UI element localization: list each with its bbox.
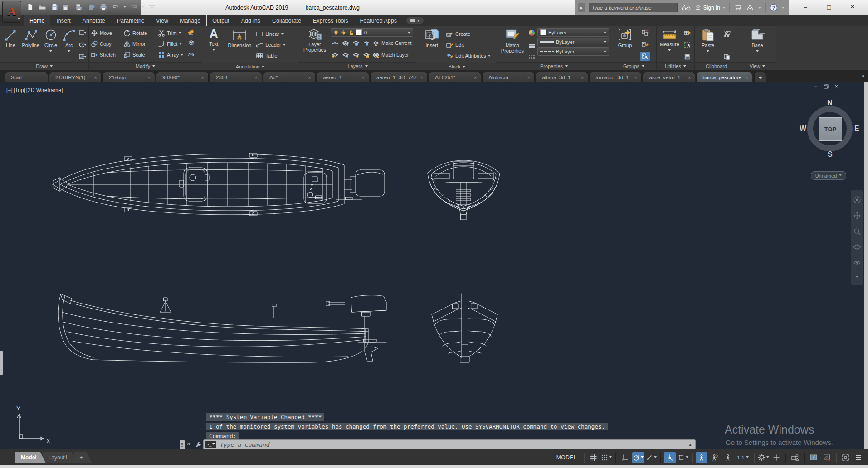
leader-dropdown-icon[interactable]	[283, 44, 286, 47]
navigation-bar[interactable]	[851, 190, 863, 285]
snap-mode-icon[interactable]	[600, 452, 612, 463]
object-snap-tracking-icon[interactable]	[664, 452, 676, 463]
edit-block-button[interactable]: Edit	[446, 39, 495, 50]
annotation-scale-value[interactable]: 1:1	[735, 452, 751, 463]
annotation-autoscale-icon[interactable]	[709, 452, 721, 463]
text-dropdown-icon[interactable]	[212, 49, 215, 52]
group-button[interactable]: Group	[613, 28, 637, 62]
nav-wheel-icon[interactable]	[853, 196, 861, 204]
layout-tab-model[interactable]: Model	[15, 452, 46, 463]
dimension-button[interactable]: Dimension	[225, 28, 255, 62]
nav-zoom-icon[interactable]	[853, 227, 861, 236]
ribbon-tab-annotate[interactable]: Annotate	[77, 15, 111, 26]
trim-dropdown-icon[interactable]	[179, 32, 181, 35]
layer-dropdown-arrow-icon[interactable]	[408, 32, 410, 35]
base-view-button[interactable]: Base	[744, 28, 771, 62]
object-snap-icon[interactable]	[677, 452, 689, 463]
layer-dropdown[interactable]: 0	[331, 28, 413, 37]
clean-screen-icon[interactable]	[839, 452, 851, 463]
layer-isolate-icon[interactable]	[341, 39, 349, 47]
sign-in-dropdown-icon[interactable]	[722, 7, 725, 10]
leader-button[interactable]: Leader	[256, 39, 296, 50]
canvas-right-scrollbar[interactable]	[864, 82, 868, 449]
exchange-dropdown-icon[interactable]	[758, 7, 761, 10]
layer-walk-icon[interactable]	[341, 51, 349, 59]
rotate-button[interactable]: Rotate	[123, 28, 158, 39]
infocenter-collapse-icon[interactable]: ▶	[578, 3, 585, 12]
trim-button[interactable]: Trim	[158, 28, 187, 39]
nav-more-icon[interactable]	[856, 276, 858, 279]
tab-close-icon[interactable]: ×	[634, 75, 637, 80]
viewcube-south[interactable]: S	[828, 150, 833, 159]
viewport-view-control[interactable]: [Top]	[14, 87, 25, 93]
panel-title-view[interactable]: View	[738, 62, 776, 70]
drawing-canvas[interactable]: [−] [Top] [2D Wireframe] − ×	[0, 82, 868, 449]
annotation-scale-icon[interactable]	[722, 452, 734, 463]
viewcube[interactable]: N W E S TOP	[801, 100, 859, 158]
tab-close-icon[interactable]: ×	[255, 75, 258, 80]
tab-close-icon[interactable]: ×	[688, 75, 691, 80]
layer-freeze-icon[interactable]	[351, 39, 360, 47]
autodesk-exchange-icon[interactable]	[746, 4, 754, 11]
isoplane-dropdown-icon[interactable]	[654, 456, 657, 459]
group-edit-icon[interactable]	[641, 40, 649, 48]
command-input[interactable]	[219, 441, 685, 449]
isolate-objects-icon[interactable]	[789, 452, 801, 463]
quick-calc-icon[interactable]	[683, 53, 691, 61]
line-button[interactable]: Line	[2, 28, 20, 62]
named-view-pill[interactable]: Unnamed	[811, 171, 846, 180]
file-tab-aereo-1[interactable]: aereo_1×	[317, 72, 369, 82]
measure-button[interactable]: Measure	[658, 28, 681, 62]
layer-freeze-other-icon[interactable]	[351, 51, 360, 59]
file-tab-21sbryn-1-[interactable]: 21SBRYN(1)×	[49, 72, 102, 82]
panel-title-block[interactable]: Block	[417, 63, 497, 70]
file-tab-armadio-3d-1[interactable]: armadio_3d_1×	[589, 72, 642, 82]
tab-close-icon[interactable]: ×	[420, 75, 423, 80]
search-input[interactable]	[589, 3, 678, 12]
arc-dropdown-icon[interactable]	[68, 50, 70, 53]
annotation-monitor-icon[interactable]	[770, 452, 782, 463]
linear-dropdown-icon[interactable]	[281, 33, 284, 36]
offset-icon[interactable]	[187, 49, 195, 58]
command-window-close-icon[interactable]: ×	[187, 440, 190, 447]
viewcube-top-face[interactable]: TOP	[819, 117, 842, 141]
layer-properties-button[interactable]: Layer Properties	[300, 28, 329, 62]
array-button[interactable]: Array	[158, 49, 187, 60]
layer-lock-icon[interactable]	[362, 39, 370, 47]
polar-tracking-icon[interactable]	[632, 452, 644, 463]
file-tab-asce-vetro-1[interactable]: asce_vetro_1×	[643, 72, 695, 82]
polar-dropdown-icon[interactable]	[641, 456, 644, 459]
layer-off-objects-icon[interactable]	[331, 51, 339, 59]
osnap-dropdown-icon[interactable]	[686, 456, 688, 459]
quick-calc-select-icon[interactable]	[683, 41, 691, 49]
scale-dropdown-icon[interactable]	[746, 456, 749, 459]
tab-close-icon[interactable]: ×	[201, 75, 204, 80]
grid-display-icon[interactable]	[587, 452, 599, 463]
ribbon-tab-add-ins[interactable]: Add-ins	[235, 15, 266, 26]
doc-restore-icon[interactable]	[824, 84, 829, 89]
linetype-list-icon[interactable]	[527, 53, 536, 61]
text-button[interactable]: A Text	[204, 28, 224, 62]
maximize-button[interactable]: □	[817, 0, 841, 14]
panel-title-modify[interactable]: Modify	[89, 62, 202, 70]
circle-dropdown-icon[interactable]	[49, 50, 52, 53]
file-tab-aereo-1-3d-747[interactable]: aereo_1_3D_747×	[370, 72, 428, 82]
lineweight-dropdown-arrow-icon[interactable]	[604, 41, 606, 44]
tab-close-icon[interactable]: ×	[308, 75, 311, 80]
ribbon-tab-output[interactable]: Output	[206, 15, 235, 26]
nav-look-icon[interactable]	[853, 259, 861, 267]
ribbon-tab-view[interactable]: View	[150, 15, 174, 26]
ribbon-tab-express-tools[interactable]: Express Tools	[307, 15, 354, 26]
command-customize-wrench-icon[interactable]	[195, 441, 202, 448]
workspace-dropdown-icon[interactable]	[766, 456, 769, 459]
ribbon-tab-parametric[interactable]: Parametric	[111, 15, 150, 26]
linetype-dropdown[interactable]: ByLayer	[537, 47, 609, 56]
sign-in-button[interactable]: Sign In	[695, 5, 725, 11]
match-properties-button[interactable]: Match Properties	[499, 28, 526, 62]
annotation-visibility-icon[interactable]	[696, 452, 707, 463]
tab-close-icon[interactable]: ×	[745, 75, 748, 80]
ribbon-tab-manage[interactable]: Manage	[174, 15, 206, 26]
file-tab-ac-[interactable]: Ac*×	[263, 72, 316, 82]
ungroup-icon[interactable]	[641, 29, 649, 37]
layout-tab-layout1[interactable]: Layout1	[43, 452, 77, 463]
